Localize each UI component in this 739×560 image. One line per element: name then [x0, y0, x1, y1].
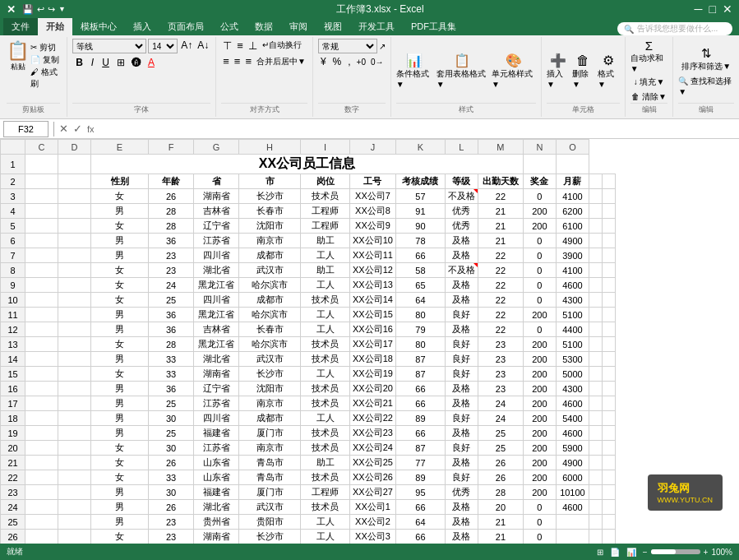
underline-btn[interactable]: U [99, 55, 113, 70]
data-cell[interactable]: XX公司8 [350, 204, 396, 219]
bold-btn[interactable]: B [72, 55, 86, 70]
data-cell[interactable]: 33 [149, 367, 194, 382]
align-bottom-btn[interactable]: ⊥ [247, 39, 259, 53]
data-cell[interactable]: 28 [149, 219, 194, 234]
quick-save-icon[interactable]: 💾 [22, 4, 34, 15]
data-cell[interactable]: 女 [91, 189, 149, 204]
data-cell[interactable]: 65 [395, 278, 445, 293]
data-cell[interactable]: 工人 [301, 322, 350, 337]
decrease-font-btn[interactable]: A↓ [196, 39, 210, 53]
data-cell[interactable]: XX公司21 [350, 396, 396, 411]
data-cell[interactable]: 沈阳市 [239, 219, 301, 234]
data-cell[interactable]: 技术员 [301, 337, 350, 352]
data-cell[interactable]: XX公司25 [350, 456, 396, 470]
data-cell[interactable]: 南京市 [239, 234, 301, 248]
data-cell[interactable]: 4300 [556, 382, 589, 396]
data-cell[interactable]: 湖南省 [194, 189, 239, 204]
confirm-formula-icon[interactable]: ✓ [73, 123, 82, 135]
maximize-btn[interactable]: □ [709, 2, 716, 16]
data-cell[interactable]: 女 [91, 441, 149, 456]
data-cell[interactable]: 及格 [445, 530, 478, 544]
data-cell[interactable]: 26 [478, 456, 523, 470]
data-cell[interactable]: 技术员 [301, 382, 350, 396]
data-cell[interactable]: 36 [149, 234, 194, 248]
data-cell[interactable]: 25 [478, 441, 523, 456]
data-cell[interactable]: 25 [478, 426, 523, 441]
search-box[interactable]: 🔍 告诉我您想要做什么... [617, 22, 732, 35]
data-cell[interactable]: 贵阳市 [239, 515, 301, 530]
data-cell[interactable]: 0 [523, 189, 556, 204]
data-cell[interactable]: 26 [478, 470, 523, 485]
data-cell[interactable]: 江苏省 [194, 396, 239, 411]
data-cell[interactable]: 成都市 [239, 293, 301, 308]
data-cell[interactable]: 200 [523, 441, 556, 456]
data-cell[interactable]: 长春市 [239, 204, 301, 219]
data-cell[interactable]: 4600 [556, 396, 589, 411]
col-header-I[interactable]: I [301, 140, 350, 155]
data-cell[interactable]: 200 [523, 470, 556, 485]
data-cell[interactable]: 22 [478, 322, 523, 337]
data-cell[interactable]: XX公司9 [350, 219, 396, 234]
data-cell[interactable]: 87 [395, 352, 445, 367]
data-cell[interactable]: 及格 [445, 278, 478, 293]
data-cell[interactable]: 66 [395, 500, 445, 515]
data-cell[interactable]: 200 [523, 219, 556, 234]
data-cell[interactable]: 64 [395, 293, 445, 308]
conditional-format-btn[interactable]: 📊条件格式▼ [396, 53, 433, 89]
data-cell[interactable]: 21 [478, 515, 523, 530]
data-cell[interactable]: 工程师 [301, 485, 350, 500]
table-format-btn[interactable]: 📋套用表格格式▼ [436, 53, 488, 89]
data-cell[interactable]: 200 [523, 337, 556, 352]
data-cell[interactable]: 22 [478, 293, 523, 308]
data-cell[interactable]: 成都市 [239, 411, 301, 426]
data-cell[interactable]: XX公司11 [350, 248, 396, 263]
data-cell[interactable]: XX公司16 [350, 322, 396, 337]
data-cell[interactable]: 23 [149, 515, 194, 530]
data-cell[interactable]: 工人 [301, 248, 350, 263]
data-cell[interactable]: 技术员 [301, 470, 350, 485]
data-cell[interactable]: XX公司10 [350, 234, 396, 248]
data-cell[interactable]: 200 [523, 382, 556, 396]
data-cell[interactable]: 200 [523, 426, 556, 441]
tab-review[interactable]: 审阅 [281, 18, 316, 35]
data-cell[interactable]: XX公司15 [350, 308, 396, 322]
data-cell[interactable]: 良好 [445, 352, 478, 367]
col-header-M[interactable]: M [478, 140, 523, 155]
data-cell[interactable]: 四川省 [194, 248, 239, 263]
data-cell[interactable]: 22 [478, 248, 523, 263]
page-break-view-btn[interactable]: 📊 [626, 548, 636, 557]
data-cell[interactable]: 工程师 [301, 219, 350, 234]
data-cell[interactable]: XX公司24 [350, 441, 396, 456]
data-cell[interactable]: 优秀 [445, 219, 478, 234]
data-cell[interactable]: 22 [478, 263, 523, 278]
data-cell[interactable]: 30 [149, 441, 194, 456]
data-cell[interactable]: 200 [523, 411, 556, 426]
data-cell[interactable]: XX公司22 [350, 411, 396, 426]
data-cell[interactable]: 良好 [445, 337, 478, 352]
data-cell[interactable]: 及格 [445, 456, 478, 470]
data-cell[interactable]: 4100 [556, 189, 589, 204]
data-cell[interactable]: 87 [395, 441, 445, 456]
data-cell[interactable]: 青岛市 [239, 470, 301, 485]
data-cell[interactable]: 哈尔滨市 [239, 337, 301, 352]
data-cell[interactable]: 男 [91, 234, 149, 248]
data-cell[interactable]: 沈阳市 [239, 382, 301, 396]
data-cell[interactable]: XX公司3 [350, 530, 396, 544]
cancel-formula-icon[interactable]: ✕ [59, 123, 68, 135]
data-cell[interactable]: 4300 [556, 293, 589, 308]
tab-pdf[interactable]: PDF工具集 [403, 18, 464, 35]
data-cell[interactable]: 90 [395, 219, 445, 234]
data-cell[interactable]: 女 [91, 293, 149, 308]
data-cell[interactable]: 技术员 [301, 441, 350, 456]
data-cell[interactable]: 工人 [301, 530, 350, 544]
normal-view-btn[interactable]: ⊞ [597, 548, 603, 557]
data-cell[interactable]: 不及格 [445, 263, 478, 278]
data-cell[interactable]: XX公司26 [350, 470, 396, 485]
col-header-E[interactable]: E [91, 140, 149, 155]
comma-btn[interactable]: , [345, 55, 353, 68]
data-cell[interactable]: 男 [91, 204, 149, 219]
redo-icon[interactable]: ↪ [48, 4, 55, 15]
data-cell[interactable]: 助工 [301, 234, 350, 248]
data-cell[interactable]: 0 [523, 293, 556, 308]
data-cell[interactable]: 女 [91, 278, 149, 293]
